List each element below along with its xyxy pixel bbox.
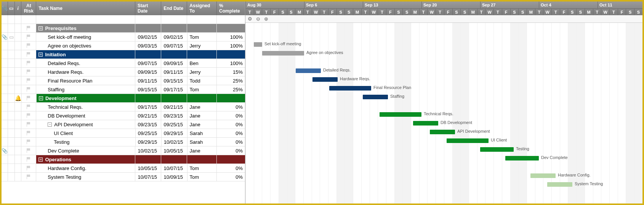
gantt-bar[interactable]: Testing bbox=[480, 147, 514, 152]
task-name-cell[interactable]: Testing bbox=[36, 138, 135, 146]
comment-cell[interactable] bbox=[8, 111, 14, 120]
comment-cell[interactable] bbox=[8, 129, 14, 137]
info-cell[interactable] bbox=[15, 76, 21, 85]
col-info-icon[interactable]: i bbox=[15, 2, 21, 15]
task-name-cell[interactable]: Agree on objectives bbox=[36, 41, 135, 50]
info-cell[interactable] bbox=[15, 155, 21, 164]
collapse-icon[interactable]: − bbox=[38, 52, 43, 57]
assigned-cell[interactable]: Ben bbox=[187, 59, 217, 67]
task-name-cell[interactable]: UI Client bbox=[36, 129, 135, 137]
attach-cell[interactable] bbox=[2, 164, 8, 172]
info-cell[interactable] bbox=[15, 129, 21, 137]
col-assigned-to[interactable]: Assigned To bbox=[187, 2, 217, 15]
start-date-cell[interactable]: 09/23/15 bbox=[135, 120, 161, 129]
end-date-cell[interactable]: 10/07/15 bbox=[161, 164, 187, 172]
assigned-cell[interactable]: Sarah bbox=[187, 138, 217, 146]
table-row[interactable]: Hardware Reqs.09/09/1509/11/15Jerry15% bbox=[2, 68, 245, 76]
atrisk-cell[interactable] bbox=[21, 111, 36, 120]
assigned-cell[interactable]: Jane bbox=[187, 120, 217, 129]
assigned-cell[interactable]: Sarah bbox=[187, 129, 217, 137]
table-row[interactable]: Detailed Reqs.09/07/1509/09/15Ben100% bbox=[2, 59, 245, 68]
gantt-bar[interactable]: Technical Reqs. bbox=[380, 112, 421, 117]
start-date-cell[interactable]: 09/03/15 bbox=[135, 41, 161, 50]
col-atrisk[interactable]: At Risk bbox=[21, 2, 36, 15]
task-name-cell[interactable]: Dev Complete bbox=[36, 146, 135, 155]
start-date-cell[interactable] bbox=[135, 50, 161, 59]
atrisk-cell[interactable] bbox=[21, 164, 36, 172]
task-name-cell[interactable]: Hardware Reqs. bbox=[36, 68, 135, 76]
comment-cell[interactable] bbox=[8, 164, 14, 172]
task-name-cell[interactable]: Hardware Config. bbox=[36, 164, 135, 172]
pct-cell[interactable]: 0% bbox=[217, 111, 245, 120]
task-name-cell[interactable]: Staffing bbox=[36, 85, 135, 94]
gantt-body[interactable]: Set kick-off meetingAgree on objectivesD… bbox=[245, 23, 642, 203]
pct-cell[interactable] bbox=[217, 50, 245, 59]
info-cell[interactable] bbox=[15, 59, 21, 67]
end-date-cell[interactable]: 09/25/15 bbox=[161, 120, 187, 129]
pct-cell[interactable]: 100% bbox=[217, 41, 245, 50]
info-cell[interactable] bbox=[15, 120, 21, 129]
collapse-icon[interactable]: − bbox=[48, 122, 52, 127]
start-date-cell[interactable]: 09/17/15 bbox=[135, 103, 161, 111]
end-date-cell[interactable]: 09/23/15 bbox=[161, 111, 187, 120]
atrisk-cell[interactable] bbox=[21, 173, 36, 181]
attach-cell[interactable] bbox=[2, 111, 8, 120]
task-name-cell[interactable]: System Testing bbox=[36, 173, 135, 181]
table-row[interactable]: UI Client09/25/1509/29/15Sarah0% bbox=[2, 129, 245, 138]
collapse-icon[interactable]: − bbox=[38, 157, 43, 162]
table-row[interactable]: Agree on objectives09/03/1509/07/15Jerry… bbox=[2, 41, 245, 50]
assigned-cell[interactable] bbox=[187, 94, 217, 102]
comment-cell[interactable] bbox=[8, 120, 14, 129]
task-name-cell[interactable]: −Development bbox=[37, 94, 135, 102]
comment-cell[interactable] bbox=[8, 59, 14, 67]
comment-cell[interactable] bbox=[8, 173, 14, 181]
pct-cell[interactable]: 0% bbox=[217, 120, 245, 129]
end-date-cell[interactable]: 09/11/15 bbox=[161, 68, 187, 76]
assigned-cell[interactable] bbox=[187, 24, 217, 32]
atrisk-cell[interactable] bbox=[21, 103, 36, 111]
end-date-cell[interactable] bbox=[161, 94, 187, 102]
group-row[interactable]: −Prerequisites bbox=[2, 24, 245, 33]
info-cell[interactable] bbox=[15, 103, 21, 111]
col-attach-icon[interactable]: 📎 bbox=[2, 2, 8, 15]
pct-cell[interactable]: 0% bbox=[217, 103, 245, 111]
attach-cell[interactable] bbox=[2, 50, 8, 59]
gantt-bar[interactable]: Hardware Reqs. bbox=[312, 77, 338, 82]
task-name-cell[interactable]: DB Development bbox=[36, 111, 135, 120]
gantt-bar[interactable]: Detailed Reqs. bbox=[296, 68, 321, 73]
pct-cell[interactable] bbox=[217, 155, 245, 164]
info-cell[interactable] bbox=[15, 41, 21, 50]
zoom-in-icon[interactable]: ⊕ bbox=[264, 16, 268, 22]
start-date-cell[interactable]: 10/05/15 bbox=[135, 164, 161, 172]
atrisk-cell[interactable] bbox=[21, 138, 36, 146]
zoom-out-icon[interactable]: ⊖ bbox=[256, 16, 260, 22]
attach-cell[interactable] bbox=[2, 41, 8, 50]
table-row[interactable]: Staffing09/15/1509/17/15Tom25% bbox=[2, 85, 245, 94]
assigned-cell[interactable]: Jane bbox=[187, 146, 217, 155]
comment-cell[interactable] bbox=[8, 68, 14, 76]
group-row[interactable]: −Initiation bbox=[2, 50, 245, 59]
gear-icon[interactable]: ⚙ bbox=[248, 16, 252, 22]
pct-cell[interactable] bbox=[217, 24, 245, 32]
end-date-cell[interactable]: 10/05/15 bbox=[161, 146, 187, 155]
attach-cell[interactable] bbox=[2, 155, 8, 164]
start-date-cell[interactable]: 09/29/15 bbox=[136, 138, 162, 146]
info-cell[interactable] bbox=[15, 164, 21, 172]
assigned-cell[interactable] bbox=[187, 50, 217, 59]
gantt-bar[interactable]: Dev Complete bbox=[505, 156, 539, 161]
comment-cell[interactable] bbox=[8, 24, 14, 32]
table-row[interactable]: DB Development09/21/1509/23/15Jane0% bbox=[2, 111, 245, 120]
info-cell[interactable] bbox=[15, 24, 21, 32]
table-row[interactable]: 📎▭Set kick-off meeting09/02/1509/02/15To… bbox=[2, 33, 245, 41]
atrisk-cell[interactable] bbox=[21, 155, 36, 164]
task-name-cell[interactable]: −Initiation bbox=[36, 50, 135, 59]
start-date-cell[interactable]: 09/25/15 bbox=[136, 129, 162, 137]
info-cell[interactable] bbox=[15, 173, 21, 181]
collapse-icon[interactable]: − bbox=[39, 96, 43, 100]
table-row[interactable]: −API Development09/23/1509/25/15Jane0% bbox=[2, 120, 245, 129]
task-name-cell[interactable]: −API Development bbox=[36, 120, 135, 129]
atrisk-cell[interactable] bbox=[21, 33, 36, 41]
info-cell[interactable] bbox=[15, 33, 21, 41]
attach-cell[interactable] bbox=[2, 138, 8, 146]
attach-cell[interactable] bbox=[2, 68, 8, 76]
